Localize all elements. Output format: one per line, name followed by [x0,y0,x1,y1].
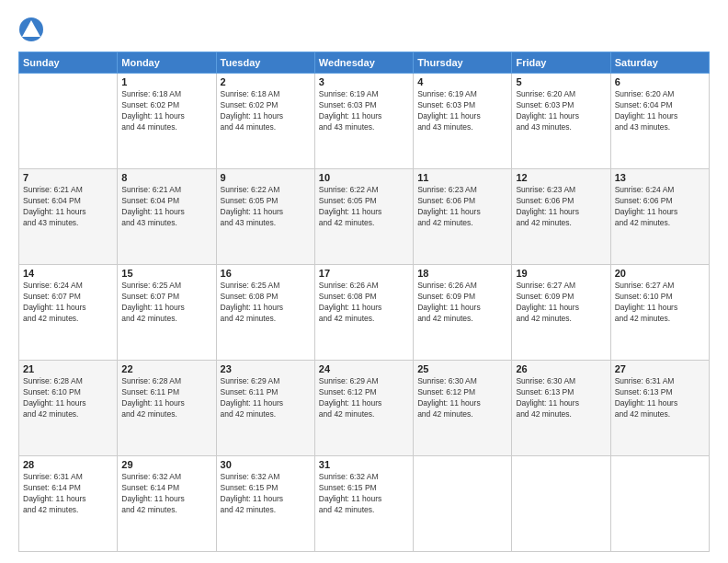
day-info: Sunrise: 6:19 AMSunset: 6:03 PMDaylight:… [319,89,409,133]
calendar-cell: 13Sunrise: 6:24 AMSunset: 6:06 PMDayligh… [610,169,709,265]
calendar-cell: 20Sunrise: 6:27 AMSunset: 6:10 PMDayligh… [610,265,709,361]
day-number: 29 [121,459,211,470]
logo-icon [18,17,44,42]
day-number: 13 [615,172,705,183]
calendar-cell: 4Sunrise: 6:19 AMSunset: 6:03 PMDaylight… [414,74,512,169]
day-number: 23 [221,363,311,374]
day-info: Sunrise: 6:27 AMSunset: 6:10 PMDaylight:… [615,281,705,325]
calendar-cell [610,456,709,552]
day-info: Sunrise: 6:32 AMSunset: 6:15 PMDaylight:… [319,472,409,516]
week-row-5: 28Sunrise: 6:31 AMSunset: 6:14 PMDayligh… [19,456,710,552]
day-number: 11 [417,172,507,183]
day-number: 4 [417,76,507,87]
week-row-2: 7Sunrise: 6:21 AMSunset: 6:04 PMDaylight… [19,169,710,265]
calendar-cell: 17Sunrise: 6:26 AMSunset: 6:08 PMDayligh… [314,265,413,361]
calendar-cell: 1Sunrise: 6:18 AMSunset: 6:02 PMDaylight… [118,74,216,169]
calendar-cell: 22Sunrise: 6:28 AMSunset: 6:11 PMDayligh… [118,361,216,456]
day-info: Sunrise: 6:24 AMSunset: 6:06 PMDaylight:… [615,185,705,229]
day-number: 30 [221,459,311,470]
calendar-cell: 6Sunrise: 6:20 AMSunset: 6:04 PMDaylight… [610,74,709,169]
calendar-cell: 28Sunrise: 6:31 AMSunset: 6:14 PMDayligh… [19,456,118,552]
calendar-cell: 7Sunrise: 6:21 AMSunset: 6:04 PMDaylight… [19,169,118,265]
col-header-saturday: Saturday [610,52,709,74]
calendar-cell: 14Sunrise: 6:24 AMSunset: 6:07 PMDayligh… [19,265,118,361]
col-header-friday: Friday [512,52,610,74]
calendar-cell: 5Sunrise: 6:20 AMSunset: 6:03 PMDaylight… [512,74,610,169]
calendar-cell: 21Sunrise: 6:28 AMSunset: 6:10 PMDayligh… [19,361,118,456]
day-info: Sunrise: 6:21 AMSunset: 6:04 PMDaylight:… [121,185,211,229]
col-header-tuesday: Tuesday [216,52,314,74]
calendar-cell: 19Sunrise: 6:27 AMSunset: 6:09 PMDayligh… [512,265,610,361]
calendar-cell: 12Sunrise: 6:23 AMSunset: 6:06 PMDayligh… [512,169,610,265]
day-info: Sunrise: 6:28 AMSunset: 6:10 PMDaylight:… [23,376,113,420]
col-header-sunday: Sunday [19,52,118,74]
day-info: Sunrise: 6:29 AMSunset: 6:12 PMDaylight:… [319,376,409,420]
day-number: 5 [516,76,606,87]
calendar-cell: 15Sunrise: 6:25 AMSunset: 6:07 PMDayligh… [118,265,216,361]
col-header-wednesday: Wednesday [314,52,413,74]
logo [18,17,48,42]
day-info: Sunrise: 6:19 AMSunset: 6:03 PMDaylight:… [417,89,507,133]
calendar-cell: 10Sunrise: 6:22 AMSunset: 6:05 PMDayligh… [314,169,413,265]
calendar-cell: 27Sunrise: 6:31 AMSunset: 6:13 PMDayligh… [610,361,709,456]
day-info: Sunrise: 6:29 AMSunset: 6:11 PMDaylight:… [221,376,311,420]
day-info: Sunrise: 6:22 AMSunset: 6:05 PMDaylight:… [319,185,409,229]
calendar-cell: 31Sunrise: 6:32 AMSunset: 6:15 PMDayligh… [314,456,413,552]
col-header-monday: Monday [118,52,216,74]
week-row-4: 21Sunrise: 6:28 AMSunset: 6:10 PMDayligh… [19,361,710,456]
calendar-cell [512,456,610,552]
header [18,17,710,42]
day-info: Sunrise: 6:25 AMSunset: 6:08 PMDaylight:… [221,281,311,325]
day-number: 6 [615,76,705,87]
day-number: 27 [615,363,705,374]
day-info: Sunrise: 6:27 AMSunset: 6:09 PMDaylight:… [516,281,606,325]
day-info: Sunrise: 6:18 AMSunset: 6:02 PMDaylight:… [121,89,211,133]
calendar-cell: 9Sunrise: 6:22 AMSunset: 6:05 PMDaylight… [216,169,314,265]
day-info: Sunrise: 6:31 AMSunset: 6:14 PMDaylight:… [23,472,113,516]
day-info: Sunrise: 6:25 AMSunset: 6:07 PMDaylight:… [121,281,211,325]
day-info: Sunrise: 6:20 AMSunset: 6:03 PMDaylight:… [516,89,606,133]
day-number: 28 [23,459,113,470]
day-number: 18 [417,268,507,279]
week-row-1: 1Sunrise: 6:18 AMSunset: 6:02 PMDaylight… [19,74,710,169]
day-info: Sunrise: 6:22 AMSunset: 6:05 PMDaylight:… [221,185,311,229]
day-info: Sunrise: 6:32 AMSunset: 6:14 PMDaylight:… [121,472,211,516]
calendar-cell: 25Sunrise: 6:30 AMSunset: 6:12 PMDayligh… [414,361,512,456]
calendar-cell: 18Sunrise: 6:26 AMSunset: 6:09 PMDayligh… [414,265,512,361]
day-info: Sunrise: 6:21 AMSunset: 6:04 PMDaylight:… [23,185,113,229]
calendar-cell: 29Sunrise: 6:32 AMSunset: 6:14 PMDayligh… [118,456,216,552]
day-number: 8 [121,172,211,183]
day-info: Sunrise: 6:26 AMSunset: 6:08 PMDaylight:… [319,281,409,325]
day-number: 21 [23,363,113,374]
day-number: 9 [221,172,311,183]
calendar-header-row: SundayMondayTuesdayWednesdayThursdayFrid… [19,52,710,74]
calendar-cell: 8Sunrise: 6:21 AMSunset: 6:04 PMDaylight… [118,169,216,265]
calendar-cell: 16Sunrise: 6:25 AMSunset: 6:08 PMDayligh… [216,265,314,361]
calendar-table: SundayMondayTuesdayWednesdayThursdayFrid… [18,52,710,552]
col-header-thursday: Thursday [414,52,512,74]
day-info: Sunrise: 6:23 AMSunset: 6:06 PMDaylight:… [417,185,507,229]
calendar-cell: 30Sunrise: 6:32 AMSunset: 6:15 PMDayligh… [216,456,314,552]
day-info: Sunrise: 6:28 AMSunset: 6:11 PMDaylight:… [121,376,211,420]
day-number: 15 [121,268,211,279]
day-number: 20 [615,268,705,279]
day-info: Sunrise: 6:23 AMSunset: 6:06 PMDaylight:… [516,185,606,229]
day-number: 24 [319,363,409,374]
day-info: Sunrise: 6:30 AMSunset: 6:12 PMDaylight:… [417,376,507,420]
day-number: 12 [516,172,606,183]
day-info: Sunrise: 6:32 AMSunset: 6:15 PMDaylight:… [221,472,311,516]
day-info: Sunrise: 6:18 AMSunset: 6:02 PMDaylight:… [221,89,311,133]
day-number: 3 [319,76,409,87]
calendar-cell [414,456,512,552]
day-number: 1 [121,76,211,87]
calendar-cell: 26Sunrise: 6:30 AMSunset: 6:13 PMDayligh… [512,361,610,456]
day-number: 17 [319,268,409,279]
day-number: 16 [221,268,311,279]
calendar-cell: 11Sunrise: 6:23 AMSunset: 6:06 PMDayligh… [414,169,512,265]
calendar-cell: 24Sunrise: 6:29 AMSunset: 6:12 PMDayligh… [314,361,413,456]
calendar-cell: 3Sunrise: 6:19 AMSunset: 6:03 PMDaylight… [314,74,413,169]
day-info: Sunrise: 6:20 AMSunset: 6:04 PMDaylight:… [615,89,705,133]
week-row-3: 14Sunrise: 6:24 AMSunset: 6:07 PMDayligh… [19,265,710,361]
day-number: 31 [319,459,409,470]
day-info: Sunrise: 6:30 AMSunset: 6:13 PMDaylight:… [516,376,606,420]
